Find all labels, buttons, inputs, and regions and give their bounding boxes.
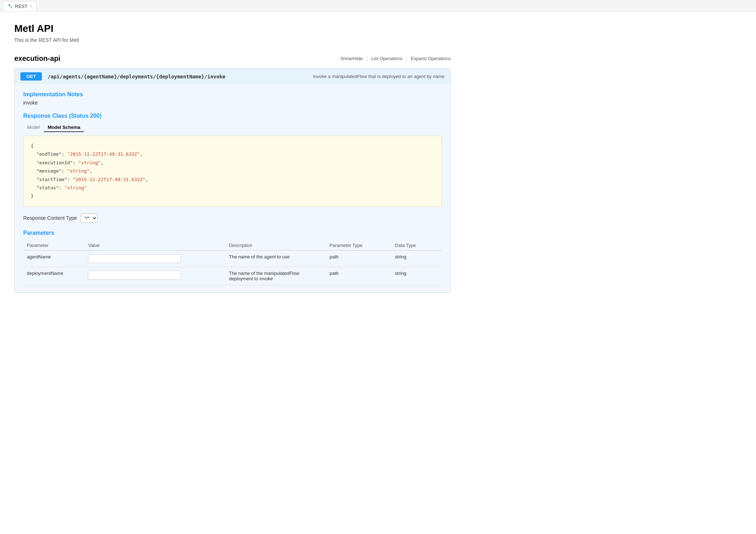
api-subtitle: This is the REST API for Metl <box>14 37 451 43</box>
response-content-type-label: Response Content Type <box>23 215 77 221</box>
params-tbody: agentName The name of the agent to use p… <box>23 250 442 285</box>
model-tab-model[interactable]: Model <box>23 123 44 132</box>
code-val-status: "string" <box>64 185 87 190</box>
content-type-select[interactable]: */* <box>80 214 98 223</box>
code-comma-1: , <box>140 151 143 157</box>
code-key-status: "status": <box>31 185 64 190</box>
parameters-table: Parameter Value Description Parameter Ty… <box>23 241 442 285</box>
code-comma-4: , <box>146 177 148 182</box>
table-row: deploymentName The name of the manipulat… <box>23 267 442 285</box>
col-header-paramtype: Parameter Type <box>326 241 392 251</box>
operation-block: GET /api/agents/{agentName}/deployments/… <box>14 68 451 293</box>
param-name-0: agentName <box>23 250 84 267</box>
code-val-endtime: "2015-11-22T17:49:31.632Z" <box>67 151 140 157</box>
list-operations-link[interactable]: List Operations <box>371 56 402 61</box>
divider-1: | <box>366 56 367 61</box>
impl-notes-text: invoke <box>23 100 442 106</box>
code-key-starttime: "startTime": <box>31 177 73 182</box>
param-type-1: path <box>326 267 392 285</box>
code-val-starttime: "2015-11-22T17:49:31.632Z" <box>73 177 146 182</box>
section-actions: Show/Hide | List Operations | Expand Ope… <box>340 56 451 61</box>
divider-2: | <box>406 56 407 61</box>
tab-bar: 🔧 REST × <box>0 0 756 11</box>
table-row: agentName The name of the agent to use p… <box>23 250 442 267</box>
col-header-datatype: Data Type <box>391 241 442 251</box>
open-brace: { <box>31 143 34 149</box>
code-val-execid: "string" <box>78 160 101 165</box>
param-input-1[interactable] <box>88 271 181 280</box>
section-title: execution-api <box>14 54 60 63</box>
param-datatype-0: string <box>391 250 442 267</box>
tab-close-button[interactable]: × <box>30 4 32 8</box>
rest-tab[interactable]: 🔧 REST × <box>3 1 36 11</box>
model-tabs: Model Model Schema <box>23 123 442 132</box>
col-header-parameter: Parameter <box>23 241 84 251</box>
endpoint-path: /api/agents/{agentName}/deployments/{dep… <box>48 74 225 79</box>
show-hide-link[interactable]: Show/Hide <box>340 56 363 61</box>
api-title: Metl API <box>14 23 451 34</box>
section-header: execution-api Show/Hide | List Operation… <box>14 54 451 65</box>
param-value-cell-0 <box>84 250 225 267</box>
expand-operations-link[interactable]: Expand Operations <box>411 56 451 61</box>
params-header-row: Parameter Value Description Parameter Ty… <box>23 241 442 251</box>
main-content: Metl API This is the REST API for Metl e… <box>0 11 465 304</box>
code-key-endtime: "endTime": <box>31 151 67 157</box>
wrench-icon: 🔧 <box>8 4 13 9</box>
code-block: { "endTime": "2015-11-22T17:49:31.632Z",… <box>23 136 442 207</box>
operation-header[interactable]: GET /api/agents/{agentName}/deployments/… <box>15 69 450 84</box>
col-header-description: Description <box>225 241 326 251</box>
param-type-0: path <box>326 250 392 267</box>
close-brace: } <box>31 193 34 199</box>
endpoint-description: Invoke a manipulatedFlow that is deploye… <box>313 74 445 79</box>
param-datatype-1: string <box>391 267 442 285</box>
code-comma-3: , <box>89 168 92 174</box>
response-content-type: Response Content Type */* <box>23 214 442 223</box>
response-class-title: Response Class (Status 200) <box>23 113 442 119</box>
parameters-title: Parameters <box>23 230 442 236</box>
code-comma-2: , <box>101 160 104 165</box>
operation-body: Implementation Notes invoke Response Cla… <box>15 84 450 292</box>
params-thead: Parameter Value Description Parameter Ty… <box>23 241 442 251</box>
code-key-execid: "executionId": <box>31 160 78 165</box>
param-value-cell-1 <box>84 267 225 285</box>
code-key-message: "message": <box>31 168 67 174</box>
param-name-1: deploymentName <box>23 267 84 285</box>
param-desc-0: The name of the agent to use <box>225 250 326 267</box>
param-input-0[interactable] <box>88 254 181 263</box>
col-header-value: Value <box>84 241 225 251</box>
method-badge: GET <box>20 72 42 81</box>
tab-label: REST <box>15 4 28 9</box>
model-tab-schema[interactable]: Model Schema <box>44 123 84 132</box>
code-val-message: "string" <box>67 168 90 174</box>
param-desc-1: The name of the manipulatedFlow deployme… <box>225 267 326 285</box>
impl-notes-title: Implementation Notes <box>23 91 442 98</box>
